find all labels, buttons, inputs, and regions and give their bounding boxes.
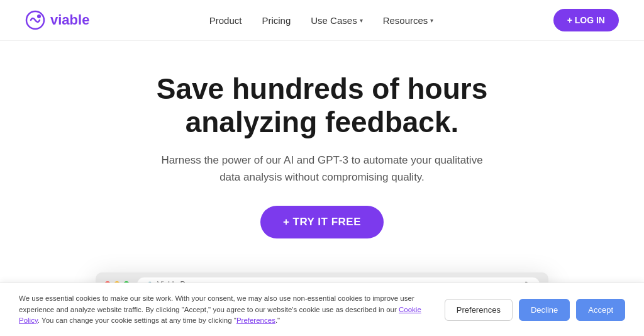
logo-icon <box>25 10 45 30</box>
logo-wordmark: viable <box>50 12 89 28</box>
logo[interactable]: viable <box>25 10 89 30</box>
hero-title: Save hundreds of hours analyzing feedbac… <box>25 72 619 139</box>
nav-pricing[interactable]: Pricing <box>262 15 291 26</box>
nav-resources[interactable]: Resources ▾ <box>383 15 434 26</box>
cookie-text: We use essential cookies to make our sit… <box>19 293 432 326</box>
hero-section: Save hundreds of hours analyzing feedbac… <box>0 41 644 257</box>
login-button[interactable]: + LOG IN <box>553 9 619 31</box>
preferences-button[interactable]: Preferences <box>445 299 513 321</box>
use-cases-chevron-icon: ▾ <box>360 17 363 24</box>
nav-product[interactable]: Product <box>209 15 242 26</box>
hero-subtitle: Harness the power of our AI and GPT-3 to… <box>158 152 486 186</box>
accept-button[interactable]: Accept <box>576 299 625 321</box>
cookie-buttons: Preferences Decline Accept <box>445 299 625 321</box>
main-nav: Product Pricing Use Cases ▾ Resources ▾ <box>209 15 434 26</box>
cookie-policy-link[interactable]: Cookie Policy <box>19 306 421 324</box>
nav-use-cases[interactable]: Use Cases ▾ <box>311 15 362 26</box>
decline-button[interactable]: Decline <box>519 299 570 321</box>
preferences-link[interactable]: Preferences <box>236 316 275 324</box>
header: viable Product Pricing Use Cases ▾ Resou… <box>0 0 644 41</box>
try-it-free-button[interactable]: + TRY IT FREE <box>260 206 384 238</box>
resources-chevron-icon: ▾ <box>430 17 433 24</box>
cookie-banner: We use essential cookies to make our sit… <box>0 283 644 336</box>
